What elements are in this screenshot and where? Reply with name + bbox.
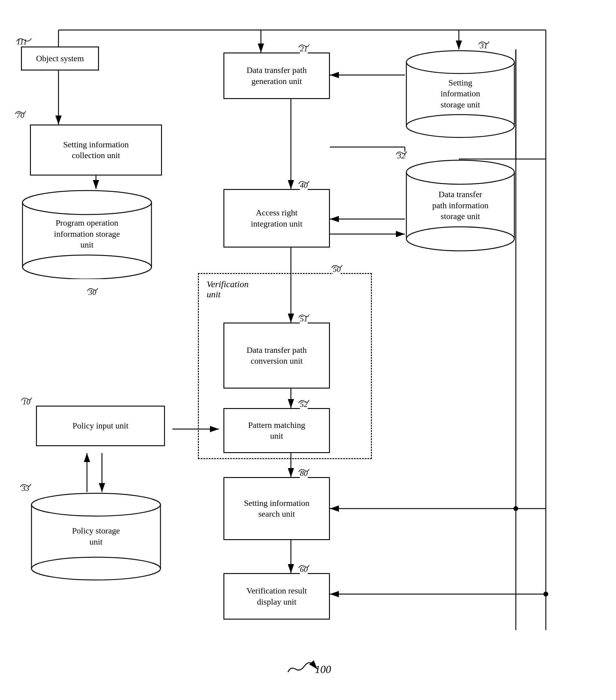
curve-60: [298, 563, 310, 570]
access-right-label: Access rightintegration unit: [251, 207, 303, 229]
curve-70: [14, 109, 26, 116]
verification-unit-label: Verificationunit: [205, 279, 250, 299]
policy-input-label: Policy input unit: [73, 420, 129, 431]
pattern-matching-label: Pattern matchingunit: [248, 420, 305, 442]
program-op-info-cylinder: Program operationinformation storageunit: [21, 189, 153, 279]
svg-point-28: [543, 592, 548, 597]
data-transfer-conv-box: Data transfer pathconversion unit: [223, 323, 330, 389]
curve-50: [331, 263, 343, 270]
access-right-box: Access rightintegration unit: [223, 189, 330, 248]
policy-storage-label: Policy storageunit: [72, 526, 120, 546]
curve-33: [20, 482, 31, 489]
data-transfer-path-info-cylinder: Data transferpath informationstorage uni…: [405, 159, 516, 252]
verification-result-box: Verification resultdisplay unit: [223, 573, 330, 620]
policy-storage-cylinder: Policy storageunit: [30, 492, 162, 580]
svg-point-35: [23, 190, 152, 214]
data-transfer-gen-box: Data transfer pathgeneration unit: [223, 52, 330, 99]
curve-80: [298, 466, 310, 474]
svg-point-26: [513, 506, 518, 511]
curve-51: [298, 312, 310, 320]
policy-input-box: Policy input unit: [36, 406, 165, 446]
data-transfer-gen-label: Data transfer pathgeneration unit: [246, 65, 307, 87]
diagram: Object system 111 Setting informationcol…: [0, 0, 616, 700]
svg-point-44: [31, 493, 161, 516]
svg-point-39: [406, 115, 514, 137]
curve-32: [395, 149, 407, 157]
setting-info-search-box: Setting informationsearch unit: [223, 477, 330, 540]
setting-info-collection-box: Setting informationcollection unit: [30, 125, 162, 176]
setting-info-storage-cylinder: Settinginformationstorage unit: [405, 50, 516, 138]
svg-point-42: [406, 227, 514, 251]
program-op-info-label: Program operationinformation storageunit: [54, 218, 120, 249]
object-system-box: Object system: [21, 47, 99, 71]
curve-30: [86, 286, 98, 293]
curve-31: [478, 39, 490, 47]
data-transfer-conv-label: Data transfer pathconversion unit: [246, 345, 307, 367]
svg-point-41: [406, 160, 514, 184]
curve-10: [21, 395, 33, 403]
svg-point-45: [31, 557, 161, 580]
object-system-label: Object system: [36, 53, 84, 64]
curve-52: [298, 398, 310, 405]
data-transfer-path-info-label: Data transferpath informationstorage uni…: [432, 190, 488, 221]
curve-40: [298, 178, 310, 186]
curve-111: [15, 35, 33, 45]
curve-21: [298, 42, 310, 50]
setting-info-storage-label: Settinginformationstorage unit: [440, 78, 480, 109]
setting-info-search-label: Setting informationsearch unit: [244, 498, 309, 520]
svg-point-36: [23, 255, 152, 279]
pattern-matching-box: Pattern matchingunit: [223, 408, 330, 453]
setting-info-collection-label: Setting informationcollection unit: [63, 139, 129, 161]
svg-point-38: [406, 51, 514, 74]
squiggle-100: [285, 654, 321, 675]
verification-result-label: Verification resultdisplay unit: [246, 585, 307, 607]
